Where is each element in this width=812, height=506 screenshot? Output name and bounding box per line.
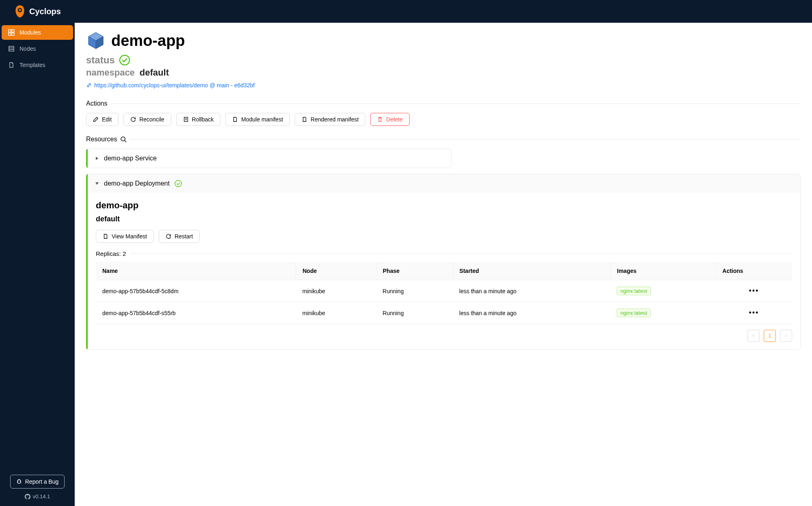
svg-rect-2: [9, 30, 11, 32]
edit-button[interactable]: Edit: [86, 113, 119, 126]
sidebar: Modules Nodes Templates Report a Bug v0.…: [0, 23, 75, 506]
restart-button[interactable]: Restart: [159, 230, 200, 243]
resource-title: demo-app Deployment: [104, 180, 170, 187]
brand-name: Cyclops: [29, 7, 61, 16]
page-next-button[interactable]: >: [780, 330, 792, 342]
col-name[interactable]: Name: [96, 262, 296, 280]
svg-point-14: [121, 137, 125, 141]
pod-node: minikube: [296, 302, 376, 324]
image-tag: nginx:latest: [617, 309, 651, 317]
version-label: v0.14.1: [25, 493, 50, 500]
svg-marker-17: [95, 182, 99, 185]
github-icon: [25, 494, 30, 500]
caret-right-icon: [95, 156, 99, 160]
module-header: demo-app: [86, 31, 801, 50]
sidebar-item-modules[interactable]: Modules: [2, 25, 73, 40]
caret-down-icon: [95, 182, 99, 186]
templates-icon: [8, 62, 15, 68]
sidebar-item-label: Templates: [19, 62, 45, 68]
file-icon: [103, 234, 108, 239]
pod-phase: Running: [376, 302, 453, 324]
resource-deployment-header[interactable]: demo-app Deployment: [88, 174, 800, 193]
modules-icon: [8, 29, 15, 36]
reconcile-button[interactable]: Reconcile: [123, 113, 171, 126]
link-icon: [86, 82, 92, 88]
nodes-icon: [8, 45, 15, 52]
file-icon: [232, 117, 238, 122]
resource-service-header[interactable]: demo-app Service: [88, 149, 451, 168]
actions-heading: Actions: [86, 100, 801, 107]
module-title: demo-app: [111, 32, 185, 50]
sidebar-item-label: Modules: [19, 29, 41, 36]
file-icon: [302, 117, 307, 122]
table-row: demo-app-57b5b44cdf-5c8dm minikube Runni…: [96, 280, 792, 302]
pods-table: Name Node Phase Started Images Actions d…: [96, 262, 792, 324]
pagination: < 1 >: [96, 330, 792, 342]
resource-service-panel: demo-app Service: [86, 149, 451, 168]
svg-rect-13: [184, 117, 188, 122]
sidebar-item-label: Nodes: [19, 45, 36, 52]
svg-line-15: [125, 141, 126, 142]
col-images[interactable]: Images: [610, 262, 716, 280]
svg-rect-4: [9, 33, 11, 35]
col-started[interactable]: Started: [453, 262, 610, 280]
trash-icon: [377, 117, 383, 122]
restart-icon: [166, 234, 171, 239]
brand-logo[interactable]: Cyclops: [15, 5, 61, 17]
replicas-label: Replicas: 2: [96, 250, 126, 257]
resources-heading: Resources: [86, 136, 801, 143]
view-manifest-button[interactable]: View Manifest: [96, 230, 154, 243]
main-content: demo-app status namespace default https:…: [75, 23, 812, 506]
svg-rect-3: [12, 30, 14, 32]
svg-point-18: [175, 180, 181, 187]
pod-name: demo-app-57b5b44cdf-s55rb: [96, 302, 296, 324]
pod-started: less than a minute ago: [453, 280, 610, 302]
rendered-manifest-button[interactable]: Rendered manifest: [295, 113, 365, 126]
image-tag: nginx:latest: [617, 287, 651, 295]
bug-label: Report a Bug: [25, 478, 59, 485]
row-actions-button[interactable]: •••: [716, 302, 792, 324]
cyclops-logo-icon: [15, 5, 25, 17]
svg-rect-5: [12, 33, 14, 35]
status-check-icon: [119, 54, 130, 66]
reconcile-icon: [130, 117, 136, 122]
sidebar-item-nodes[interactable]: Nodes: [2, 41, 73, 56]
pod-name: demo-app-57b5b44cdf-5c8dm: [96, 280, 296, 302]
edit-icon: [93, 117, 99, 122]
namespace-value: default: [140, 67, 169, 78]
bug-icon: [16, 479, 22, 484]
namespace-label: namespace: [86, 67, 135, 78]
search-icon[interactable]: [120, 136, 127, 143]
template-link[interactable]: https://github.com/cyclops-ui/templates/…: [86, 82, 801, 89]
pod-started: less than a minute ago: [453, 302, 610, 324]
svg-point-12: [120, 55, 130, 65]
resource-title: demo-app Service: [104, 155, 157, 162]
pod-phase: Running: [376, 280, 453, 302]
page-prev-button[interactable]: <: [747, 330, 760, 342]
replicas-row: Replicas: 2: [96, 250, 792, 257]
report-bug-button[interactable]: Report a Bug: [10, 475, 65, 489]
page-number-button[interactable]: 1: [764, 330, 776, 342]
deployment-namespace: default: [96, 215, 792, 223]
delete-button[interactable]: Delete: [370, 113, 409, 126]
pod-node: minikube: [296, 280, 376, 302]
rollback-button[interactable]: Rollback: [176, 113, 221, 126]
topbar: Cyclops: [0, 0, 812, 23]
module-manifest-button[interactable]: Module manifest: [225, 113, 290, 126]
table-row: demo-app-57b5b44cdf-s55rb minikube Runni…: [96, 302, 792, 324]
svg-marker-16: [96, 157, 98, 160]
col-node[interactable]: Node: [296, 262, 376, 280]
resource-deployment-panel: demo-app Deployment demo-app default Vie…: [86, 174, 801, 350]
deployment-name: demo-app: [96, 200, 792, 211]
rollback-icon: [183, 117, 189, 122]
svg-rect-6: [9, 46, 14, 51]
col-phase[interactable]: Phase: [376, 262, 453, 280]
status-label: status: [86, 54, 115, 66]
col-actions[interactable]: Actions: [716, 262, 792, 280]
sidebar-item-templates[interactable]: Templates: [2, 58, 73, 72]
row-actions-button[interactable]: •••: [716, 280, 792, 302]
svg-point-1: [19, 9, 21, 11]
status-check-icon: [175, 180, 182, 187]
module-cube-icon: [86, 31, 106, 50]
